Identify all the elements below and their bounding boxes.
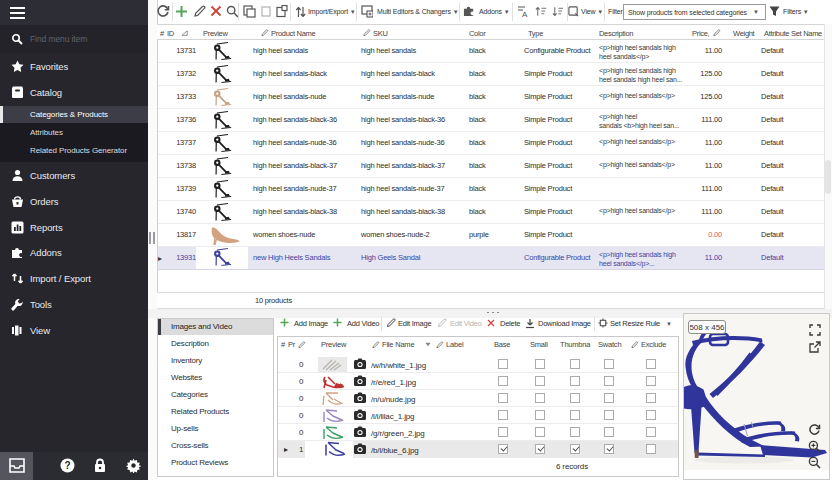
svg-text:A: A [522,10,528,18]
svg-text:?: ? [64,460,70,471]
